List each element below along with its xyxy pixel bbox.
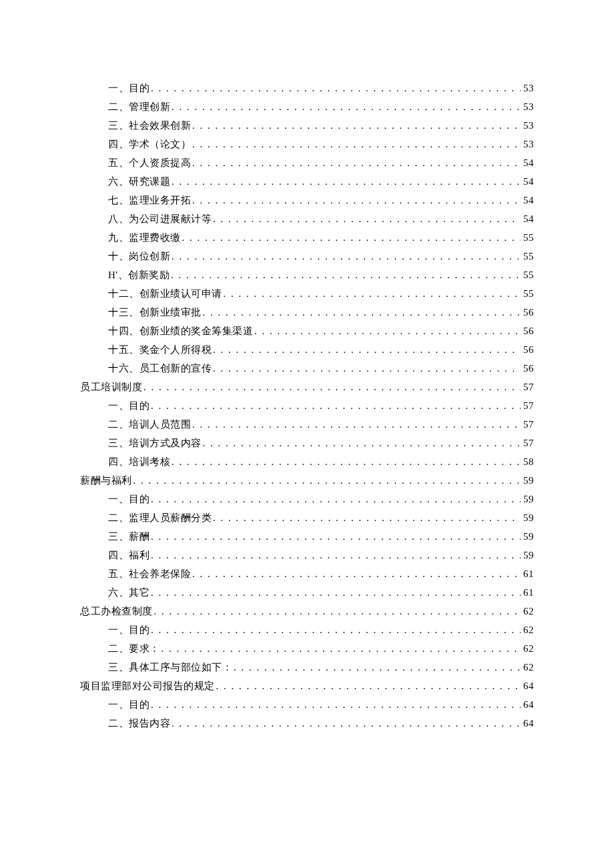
toc-entry-page: 57 — [522, 379, 534, 395]
toc-entry: 二、管理创新53 — [108, 99, 534, 115]
toc-entry-title: 员工培训制度 — [80, 379, 142, 395]
toc-entry-title: 九、监理费收缴 — [108, 230, 181, 246]
toc-leader-dots — [192, 155, 521, 171]
toc-entry: 七、监理业务开拓54 — [108, 192, 534, 208]
toc-leader-dots — [192, 416, 521, 432]
toc-entry-title: 七、监理业务开拓 — [108, 192, 191, 208]
toc-leader-dots — [151, 622, 521, 638]
toc-entry: 三、社会效果创新53 — [108, 117, 534, 133]
toc-entry-title: 三、社会效果创新 — [108, 117, 191, 133]
toc-leader-dots — [234, 659, 521, 675]
toc-entry-title: 十二、创新业绩认可申请 — [108, 286, 222, 302]
toc-entry: 四、培训考核58 — [108, 454, 534, 470]
toc-leader-dots — [213, 342, 521, 358]
toc-entry-title: 十、岗位创新 — [108, 248, 170, 264]
toc-entry-page: 59 — [522, 528, 534, 544]
toc-entry-title: 三、具体工序与部位如下： — [108, 659, 232, 675]
toc-entry: 三、具体工序与部位如下：62 — [108, 659, 534, 675]
toc-entry: 项目监理部对公司报告的规定64 — [80, 678, 534, 694]
toc-entry: 九、监理费收缴55 — [108, 230, 534, 246]
toc-entry: 二、报告内容64 — [108, 715, 534, 731]
toc-entry-page: 56 — [522, 323, 534, 339]
toc-entry-title: 三、培训方式及内容 — [108, 435, 202, 451]
toc-leader-dots — [213, 360, 521, 376]
toc-entry: 十五、奖金个人所得税56 — [108, 342, 534, 358]
toc-leader-dots — [151, 528, 521, 544]
toc-entry: 十四、创新业绩的奖金筹集渠道56 — [108, 323, 534, 339]
toc-entry-page: 56 — [522, 360, 534, 376]
toc-entry-page: 57 — [522, 398, 534, 414]
toc-entry-title: 一、目的 — [108, 398, 149, 414]
toc-entry: 一、目的53 — [108, 80, 534, 96]
toc-entry-title: 二、要求： — [108, 640, 160, 657]
toc-entry-page: 61 — [522, 566, 534, 582]
toc-leader-dots — [172, 99, 521, 115]
toc-leader-dots — [254, 323, 521, 339]
toc-entry-page: 64 — [522, 715, 534, 731]
toc-entry-page: 55 — [522, 230, 534, 246]
toc-entry-title: 一、目的 — [108, 697, 149, 713]
toc-leader-dots — [151, 547, 521, 563]
toc-entry-title: 四、学术（论文） — [108, 136, 191, 152]
toc-entry-page: 54 — [522, 211, 534, 227]
toc-entry: 一、目的59 — [108, 491, 534, 507]
toc-entry-page: 53 — [522, 136, 534, 152]
toc-entry-page: 55 — [522, 267, 534, 283]
toc-entry-page: 54 — [522, 173, 534, 189]
toc-entry-page: 55 — [522, 248, 534, 264]
toc-entry-title: 十三、创新业绩审批 — [108, 304, 202, 320]
toc-entry: 十三、创新业绩审批56 — [108, 304, 534, 320]
toc-entry-title: 二、监理人员薪酬分类 — [108, 510, 212, 526]
toc-entry-title: 四、福利 — [108, 547, 149, 563]
toc-entry-title: 十五、奖金个人所得税 — [108, 342, 212, 358]
toc-leader-dots — [216, 678, 521, 694]
toc-leader-dots — [151, 80, 521, 96]
toc-entry-page: 59 — [522, 491, 534, 507]
toc-entry-title: 六、其它 — [108, 584, 149, 600]
toc-entry-page: 59 — [522, 510, 534, 526]
toc-leader-dots — [154, 603, 521, 619]
toc-entry: 六、其它61 — [108, 584, 534, 600]
toc-entry-title: 一、目的 — [108, 622, 149, 638]
toc-entry-page: 58 — [522, 454, 534, 470]
toc-entry-title: 四、培训考核 — [108, 454, 170, 470]
toc-entry: 总工办检查制度62 — [80, 603, 534, 619]
toc-entry-title: 项目监理部对公司报告的规定 — [80, 678, 215, 694]
toc-entry: 二、监理人员薪酬分类59 — [108, 510, 534, 526]
toc-entry-page: 56 — [522, 342, 534, 358]
toc-entry-page: 62 — [522, 603, 534, 619]
toc-entry: 八、为公司进展献计等54 — [108, 211, 534, 227]
toc-entry-page: 53 — [522, 117, 534, 133]
toc-entry-title: 二、报告内容 — [108, 715, 170, 731]
toc-leader-dots — [203, 435, 521, 451]
toc-entry-title: 五、社会养老保险 — [108, 566, 191, 582]
toc-leader-dots — [182, 230, 521, 246]
toc-entry: 六、研究课题54 — [108, 173, 534, 189]
toc-entry-title: 六、研究课题 — [108, 173, 170, 189]
toc-entry: H'、创新奖励55 — [108, 267, 534, 283]
toc-entry-page: 56 — [522, 304, 534, 320]
toc-entry-page: 57 — [522, 435, 534, 451]
toc-leader-dots — [192, 117, 521, 133]
toc-entry-page: 64 — [522, 697, 534, 713]
toc-entry-page: 55 — [522, 286, 534, 302]
toc-entry-page: 62 — [522, 622, 534, 638]
toc-leader-dots — [213, 211, 521, 227]
toc-leader-dots — [151, 584, 521, 600]
toc-entry: 三、培训方式及内容57 — [108, 435, 534, 451]
toc-entry: 四、福利59 — [108, 547, 534, 563]
toc-entry: 一、目的64 — [108, 697, 534, 713]
toc-entry-page: 62 — [522, 640, 534, 657]
toc-leader-dots — [213, 510, 521, 526]
toc-leader-dots — [172, 454, 521, 470]
toc-leader-dots — [224, 286, 521, 302]
toc-entry: 二、要求：62 — [108, 640, 534, 657]
toc-leader-dots — [151, 491, 521, 507]
toc-entry: 一、目的62 — [108, 622, 534, 638]
toc-entry-page: 59 — [522, 472, 534, 488]
toc-entry: 四、学术（论文）53 — [108, 136, 534, 152]
toc-entry-page: 59 — [522, 547, 534, 563]
toc-leader-dots — [162, 640, 521, 657]
toc-leader-dots — [133, 472, 521, 488]
toc-entry: 十二、创新业绩认可申请55 — [108, 286, 534, 302]
